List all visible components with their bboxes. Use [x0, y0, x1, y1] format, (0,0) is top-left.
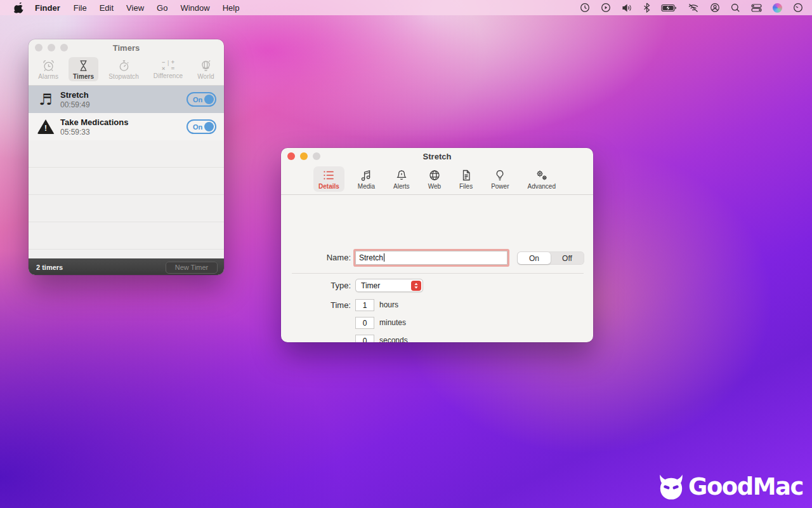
- goodmac-wordmark: GoodMac: [688, 473, 803, 500]
- empty-list-area: [29, 140, 224, 258]
- close-button[interactable]: [287, 152, 295, 160]
- toggle-label: On: [193, 96, 202, 104]
- popup-stepper-icon: [411, 281, 421, 291]
- minutes-input[interactable]: 0: [355, 317, 374, 329]
- type-value: Timer: [361, 281, 380, 290]
- tab-alarms[interactable]: Alarms: [34, 57, 63, 81]
- minimize-button[interactable]: [48, 44, 55, 51]
- name-value: Stretch: [359, 253, 383, 262]
- traffic-lights: [35, 44, 68, 51]
- battery-charging-icon[interactable]: [661, 4, 677, 12]
- seconds-input[interactable]: 0: [355, 335, 374, 342]
- toggle-label: On: [193, 123, 202, 131]
- files-document-icon: [460, 169, 473, 182]
- world-globe-icon: [199, 59, 213, 72]
- warning-triangle-icon: !: [36, 119, 55, 134]
- zoom-button[interactable]: [313, 152, 320, 160]
- tab-power[interactable]: Power: [486, 166, 514, 192]
- timer-list: ♬ Stretch 00:59:49 On ! Take Medications…: [29, 86, 224, 258]
- tab-label: Alerts: [393, 183, 410, 190]
- wifi-off-icon[interactable]: [688, 3, 699, 13]
- bluetooth-icon[interactable]: [643, 3, 650, 13]
- tab-label: Stopwatch: [108, 73, 139, 80]
- menu-clock-icon[interactable]: [793, 3, 803, 13]
- stopwatch-icon: [117, 59, 131, 72]
- goodmac-mask-icon: [657, 474, 686, 500]
- off-segment[interactable]: Off: [551, 252, 584, 264]
- tab-label: Media: [358, 183, 375, 190]
- goodmac-logo: GoodMac: [657, 473, 803, 500]
- tab-label: Advanced: [528, 183, 556, 190]
- details-form: Name: Stretch On Off Type: Timer Time: 1…: [281, 195, 593, 342]
- tab-web[interactable]: Web: [423, 166, 446, 192]
- window-title: Timers: [113, 43, 140, 53]
- text-caret: [384, 253, 384, 262]
- zoom-button[interactable]: [60, 44, 68, 51]
- menu-item-edit[interactable]: Edit: [93, 3, 120, 13]
- tab-alerts[interactable]: Alerts: [388, 166, 415, 192]
- volume-icon[interactable]: [622, 3, 632, 13]
- tab-difference[interactable]: −+ ×= | Difference: [149, 57, 187, 81]
- detail-toolbar: Details Media Alerts Web: [281, 165, 593, 194]
- media-note-icon: [360, 169, 372, 182]
- tab-label: World: [197, 73, 214, 80]
- toggle-knob: [204, 122, 214, 131]
- window-title: Stretch: [423, 152, 452, 161]
- tab-label: Alarms: [38, 73, 58, 80]
- on-segment[interactable]: On: [518, 252, 551, 264]
- timer-remaining: 00:59:49: [60, 100, 187, 109]
- timer-name: Stretch: [60, 90, 187, 100]
- new-timer-button[interactable]: New Timer: [166, 262, 218, 274]
- timer-count: 2 timers: [36, 264, 166, 271]
- tab-details[interactable]: Details: [313, 166, 344, 192]
- apple-menu[interactable]: [9, 3, 28, 13]
- close-button[interactable]: [35, 44, 43, 51]
- alarm-clock-icon: [42, 59, 55, 72]
- menu-item-go[interactable]: Go: [150, 3, 174, 13]
- timers-titlebar[interactable]: Timers: [29, 39, 224, 57]
- menu-item-window[interactable]: Window: [174, 3, 216, 13]
- timer-info: Stretch 00:59:49: [60, 90, 187, 109]
- difference-icon: −+ ×= |: [161, 59, 175, 72]
- menu-item-view[interactable]: View: [120, 3, 150, 13]
- minutes-unit-label: minutes: [379, 318, 406, 327]
- control-center-icon[interactable]: [751, 4, 762, 12]
- timer-toggle[interactable]: On: [187, 119, 216, 134]
- timer-row-take-medications[interactable]: ! Take Medications 05:59:33 On: [29, 113, 224, 140]
- siri-icon[interactable]: [773, 3, 782, 13]
- alerts-bell-icon: [395, 169, 408, 182]
- user-account-icon[interactable]: [710, 3, 720, 13]
- play-circle-icon[interactable]: [601, 3, 611, 13]
- minimize-button[interactable]: [300, 152, 308, 160]
- timer-info: Take Medications 05:59:33: [60, 117, 187, 137]
- hours-input[interactable]: 1: [355, 299, 374, 311]
- advanced-gears-icon: [535, 169, 549, 182]
- apple-logo-icon: [14, 3, 23, 13]
- menu-item-help[interactable]: Help: [216, 3, 246, 13]
- name-label: Name:: [287, 253, 351, 262]
- timer-name: Take Medications: [60, 117, 187, 127]
- detail-titlebar[interactable]: Stretch: [281, 148, 593, 165]
- type-popup-button[interactable]: Timer: [355, 279, 423, 292]
- menu-item-file[interactable]: File: [67, 3, 93, 13]
- seconds-unit-label: seconds: [379, 336, 408, 342]
- clock-icon[interactable]: [580, 3, 590, 13]
- on-off-segmented-control: On Off: [517, 251, 584, 265]
- menu-bar: Finder File Edit View Go Window Help: [0, 0, 812, 15]
- tab-files[interactable]: Files: [454, 166, 478, 192]
- time-label: Time:: [287, 300, 351, 310]
- stretch-detail-window: Stretch Details Media Alert: [281, 148, 593, 342]
- tab-stopwatch[interactable]: Stopwatch: [104, 57, 143, 81]
- name-input[interactable]: Stretch: [355, 251, 508, 265]
- toggle-knob: [204, 95, 214, 104]
- tab-advanced[interactable]: Advanced: [523, 166, 561, 192]
- tab-world[interactable]: World: [193, 57, 218, 81]
- tab-timers[interactable]: Timers: [69, 57, 98, 81]
- spotlight-search-icon[interactable]: [731, 3, 740, 13]
- timer-row-stretch[interactable]: ♬ Stretch 00:59:49 On: [29, 86, 224, 113]
- menu-item-finder[interactable]: Finder: [28, 3, 67, 13]
- timers-window: Timers Alarms Timers Stopwatch: [29, 39, 224, 275]
- timer-toggle[interactable]: On: [187, 92, 216, 107]
- tab-label: Files: [459, 183, 473, 190]
- tab-media[interactable]: Media: [353, 166, 380, 192]
